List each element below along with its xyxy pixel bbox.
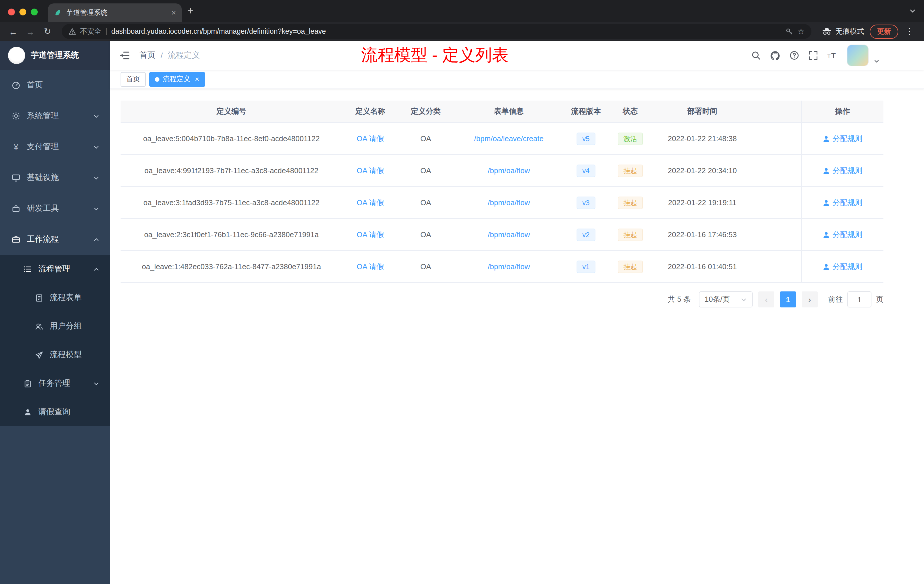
sidebar-item-infrastructure[interactable]: 基础设施	[0, 162, 110, 193]
cell-status: 挂起	[607, 155, 653, 186]
tab-search-icon[interactable]	[909, 7, 924, 14]
assign-rule-link[interactable]: 分配规则	[823, 134, 862, 144]
tag-label: 首页	[126, 74, 140, 84]
sidebar-item-home[interactable]: 首页	[0, 70, 110, 101]
zoom-window-button[interactable]	[31, 8, 38, 15]
reload-button[interactable]: ↻	[40, 26, 55, 36]
goto-page-input[interactable]	[847, 292, 871, 307]
cell-definition-name: OA 请假	[342, 187, 398, 218]
tag-close-icon[interactable]: ×	[195, 75, 199, 83]
user-avatar[interactable]	[847, 45, 869, 66]
cell-definition-id: oa_leave:4:991f2193-7b7f-11ec-a3c8-acde4…	[120, 155, 342, 186]
chevron-down-icon	[93, 205, 99, 212]
sidebar-logo[interactable]: 芋道管理系统	[0, 41, 110, 70]
sidebar-item-task-management[interactable]: 任务管理	[0, 369, 110, 398]
form-link[interactable]: /bpm/oa/leave/create	[474, 134, 544, 143]
status-badge: 挂起	[618, 196, 643, 209]
table-row: oa_leave:2:3c1f0ef1-76b1-11ec-9c66-a2380…	[120, 219, 883, 251]
sidebar-item-devtools[interactable]: 研发工具	[0, 193, 110, 224]
definition-name-link[interactable]: OA 请假	[356, 261, 384, 272]
url-divider: |	[106, 27, 107, 35]
minimize-window-button[interactable]	[20, 8, 26, 15]
cell-action: 分配规则	[801, 187, 883, 218]
cell-status: 挂起	[607, 251, 653, 282]
breadcrumb-home[interactable]: 首页	[139, 50, 155, 61]
cell-version: v1	[564, 251, 607, 282]
col-category: 定义分类	[398, 101, 453, 122]
password-key-icon[interactable]	[785, 27, 794, 35]
tag-home[interactable]: 首页	[120, 72, 146, 87]
address-bar[interactable]: 不安全 | dashboard.yudao.iocoder.cn/bpm/man…	[62, 24, 812, 39]
forward-button[interactable]: →	[23, 26, 38, 36]
form-link[interactable]: /bpm/oa/flow	[488, 230, 530, 239]
cell-deploy-time: 2022-01-16 17:46:53	[653, 219, 751, 250]
assign-rule-link[interactable]: 分配规则	[823, 165, 862, 176]
form-link[interactable]: /bpm/oa/flow	[488, 198, 530, 207]
chevron-down-icon	[93, 175, 99, 181]
avatar-caret-icon[interactable]	[874, 58, 879, 64]
list-icon	[23, 265, 32, 274]
assign-rule-link[interactable]: 分配规则	[823, 261, 862, 272]
svg-text:T: T	[831, 51, 836, 60]
new-tab-button[interactable]: +	[182, 5, 199, 17]
search-icon[interactable]	[751, 50, 761, 61]
sidebar-item-user-group[interactable]: 用户分组	[0, 312, 110, 341]
definition-name-link[interactable]: OA 请假	[356, 229, 384, 240]
sidebar-item-payment[interactable]: ¥ 支付管理	[0, 132, 110, 162]
back-button[interactable]: ←	[6, 26, 21, 36]
cell-form-info: /bpm/oa/flow	[453, 219, 564, 250]
cell-category: OA	[398, 123, 453, 154]
definition-name-link[interactable]: OA 请假	[356, 165, 384, 176]
chevron-up-icon	[93, 236, 99, 243]
page-1-button[interactable]: 1	[780, 292, 796, 307]
page-size-select[interactable]: 10条/页	[699, 292, 752, 307]
security-label[interactable]: 不安全	[80, 26, 101, 36]
assign-rule-label: 分配规则	[833, 165, 862, 176]
cell-action: 分配规则	[801, 155, 883, 186]
url-text[interactable]: dashboard.yudao.iocoder.cn/bpm/manager/d…	[111, 27, 781, 35]
next-page-button[interactable]: ›	[802, 292, 818, 307]
top-navbar: 首页 / 流程定义 流程模型 - 定义列表	[110, 41, 924, 70]
definition-name-link[interactable]: OA 请假	[356, 198, 384, 208]
definition-name-link[interactable]: OA 请假	[356, 134, 384, 144]
tags-view-bar: 首页 流程定义 ×	[110, 70, 924, 89]
status-badge: 激活	[618, 132, 643, 145]
sidebar-item-label: 任务管理	[38, 378, 70, 389]
form-link[interactable]: /bpm/oa/flow	[488, 166, 530, 175]
cell-filler	[751, 123, 801, 154]
cell-deploy-time: 2022-01-22 21:48:38	[653, 123, 751, 154]
col-status: 状态	[607, 101, 653, 122]
sidebar-item-system[interactable]: 系统管理	[0, 101, 110, 132]
form-link[interactable]: /bpm/oa/flow	[488, 262, 530, 271]
table-row: oa_leave:4:991f2193-7b7f-11ec-a3c8-acde4…	[120, 155, 883, 187]
sidebar-item-process-management[interactable]: 流程管理	[0, 255, 110, 284]
tab-close-icon[interactable]: ×	[172, 8, 176, 17]
github-icon[interactable]	[770, 50, 780, 61]
browser-tab[interactable]: 芋道管理系统 ×	[48, 3, 182, 22]
sidebar-item-workflow[interactable]: 工作流程	[0, 224, 110, 255]
assign-rule-link[interactable]: 分配规则	[823, 229, 862, 240]
version-badge: v3	[577, 196, 595, 209]
close-window-button[interactable]	[8, 8, 15, 15]
sidebar-item-process-model[interactable]: 流程模型	[0, 341, 110, 369]
assign-rule-link[interactable]: 分配规则	[823, 198, 862, 208]
bookmark-star-icon[interactable]: ☆	[797, 27, 805, 36]
table-header: 定义编号 定义名称 定义分类 表单信息 流程版本 状态 部署时间 操作	[120, 101, 883, 123]
tag-process-definition[interactable]: 流程定义 ×	[149, 72, 205, 87]
prev-page-button[interactable]: ‹	[758, 292, 774, 307]
font-size-icon[interactable]: TT	[827, 50, 838, 61]
sidebar-item-process-form[interactable]: 流程表单	[0, 284, 110, 312]
breadcrumb-current: 流程定义	[168, 50, 200, 61]
browser-menu-icon[interactable]: ⋮	[901, 26, 918, 36]
assign-rule-label: 分配规则	[833, 261, 862, 272]
update-browser-button[interactable]: 更新	[870, 24, 898, 39]
table-row: oa_leave:5:004b710b-7b8a-11ec-8ef0-acde4…	[120, 123, 883, 155]
breadcrumb-separator: /	[160, 51, 163, 60]
sidebar-item-label: 用户分组	[50, 321, 82, 332]
monitor-icon	[12, 173, 21, 182]
sidebar-item-leave-query[interactable]: 请假查询	[0, 398, 110, 426]
fullscreen-icon[interactable]	[808, 50, 818, 61]
svg-text:T: T	[827, 53, 831, 59]
sidebar-toggle-icon[interactable]	[119, 50, 130, 61]
help-icon[interactable]	[789, 50, 799, 61]
